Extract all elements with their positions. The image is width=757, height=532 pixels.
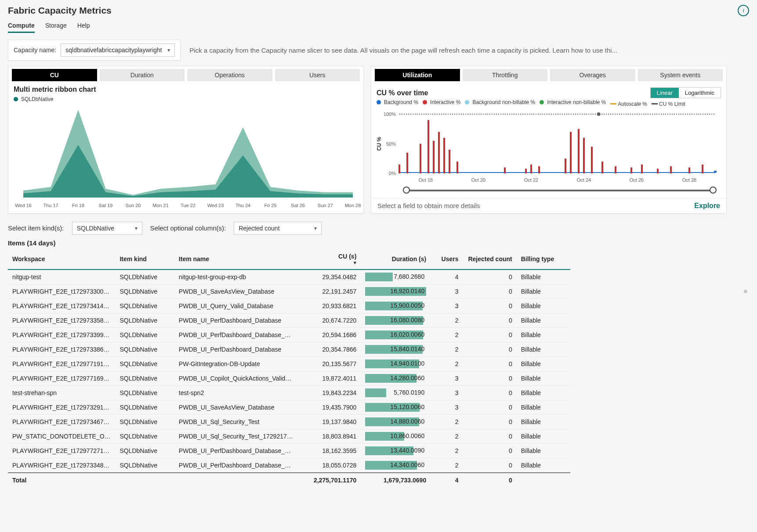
svg-text:Tue 22: Tue 22 — [181, 203, 196, 208]
svg-text:50%: 50% — [386, 141, 396, 146]
legend-item[interactable]: Background non-billable % — [465, 99, 535, 105]
legend-item[interactable]: Interactive % — [423, 99, 460, 105]
detail-hint: Select a field to obtain more details — [377, 202, 480, 209]
svg-rect-36 — [578, 129, 580, 173]
capacity-name-dropdown[interactable]: sqldbnativefabriccapacityplaywright ▾ — [61, 43, 175, 57]
seg-operations[interactable]: Operations — [187, 69, 272, 81]
svg-text:Oct 24: Oct 24 — [577, 177, 591, 183]
cu-chart-title: CU % over time — [377, 89, 428, 97]
tab-help[interactable]: Help — [77, 19, 90, 33]
svg-text:Sat 19: Sat 19 — [99, 203, 113, 208]
svg-rect-41 — [630, 167, 632, 173]
col-billing[interactable]: Billing type — [517, 249, 570, 270]
col-cu[interactable]: CU (s) ▾ — [298, 249, 361, 270]
tab-storage[interactable]: Storage — [45, 19, 67, 33]
slider-knob-end[interactable] — [710, 187, 717, 194]
svg-text:Fri 18: Fri 18 — [72, 203, 84, 208]
ribbon-chart-panel: CU Duration Operations Users Multi metri… — [8, 66, 364, 214]
svg-rect-46 — [702, 164, 703, 173]
col-duration[interactable]: Duration (s) — [361, 249, 431, 270]
table-row[interactable]: PLAYWRIGHT_E2E_t1729733995... SQLDbNativ… — [8, 327, 570, 342]
seg-utilization[interactable]: Utilization — [375, 69, 460, 81]
col-workspace[interactable]: Workspace — [8, 249, 115, 270]
scale-linear[interactable]: Linear — [651, 88, 679, 98]
col-rejected[interactable]: Rejected count — [463, 249, 517, 270]
cu-over-time-chart[interactable]: 0%50%100%CU %Oct 18Oct 20Oct 22Oct 24Oct… — [371, 110, 726, 184]
seg-overages[interactable]: Overages — [550, 69, 635, 81]
chevron-down-icon: ▾ — [167, 47, 170, 53]
col-users[interactable]: Users — [431, 249, 463, 270]
sort-desc-icon: ▾ — [302, 260, 356, 266]
item-kind-label: Select item kind(s): — [8, 224, 64, 232]
table-row[interactable]: PLAYWRIGHT_E2E_t1729733489... SQLDbNativ… — [8, 458, 570, 473]
table-row[interactable]: PLAYWRIGHT_E2E_t1729734674... SQLDbNativ… — [8, 414, 570, 429]
scale-logarithmic[interactable]: Logarithmic — [679, 88, 721, 98]
explore-link[interactable]: Explore — [694, 202, 720, 210]
svg-text:Oct 26: Oct 26 — [630, 177, 644, 183]
chevron-down-icon: ▾ — [314, 225, 317, 231]
svg-rect-24 — [427, 120, 429, 173]
svg-text:Thu 17: Thu 17 — [43, 203, 58, 208]
table-row[interactable]: PLAYWRIGHT_E2E_t1729771693... SQLDbNativ… — [8, 371, 570, 385]
optional-col-dropdown[interactable]: Rejected count ▾ — [234, 222, 322, 235]
table-row[interactable]: PW_STATIC_DONOTDELETE_OR_... SQLDbNative… — [8, 429, 570, 443]
tab-compute[interactable]: Compute — [8, 19, 35, 33]
svg-point-18 — [597, 112, 601, 116]
seg-cu[interactable]: CU — [12, 69, 97, 81]
svg-rect-34 — [565, 158, 566, 173]
svg-rect-38 — [591, 147, 593, 173]
ribbon-chart-title: Multi metric ribbon chart — [8, 84, 363, 95]
capacity-name-filter: Capacity name: sqldbnativefabriccapacity… — [8, 40, 181, 61]
svg-rect-22 — [406, 152, 408, 173]
slider-track — [406, 190, 713, 191]
time-range-slider[interactable] — [406, 186, 713, 195]
slider-knob-start[interactable] — [403, 187, 410, 194]
items-title: Items (14 days) — [8, 239, 749, 247]
svg-text:Oct 22: Oct 22 — [524, 177, 538, 183]
scrollbar-thumb[interactable] — [744, 290, 747, 293]
info-icon[interactable]: i — [738, 5, 749, 16]
table-row[interactable]: PLAYWRIGHT_E2E_t1729772718... SQLDbNativ… — [8, 443, 570, 458]
table-row[interactable]: PLAYWRIGHT_E2E_t1729734144... SQLDbNativ… — [8, 298, 570, 313]
svg-text:0%: 0% — [389, 171, 396, 176]
table-row[interactable]: nitgup-test SQLDbNative nitgup-test-grou… — [8, 270, 570, 284]
svg-text:Mon 28: Mon 28 — [345, 203, 361, 208]
svg-text:Sun 20: Sun 20 — [126, 203, 141, 208]
capacity-name-value: sqldbnativefabriccapacityplaywright — [65, 47, 162, 54]
svg-rect-23 — [420, 144, 421, 173]
seg-system-events[interactable]: System events — [638, 69, 723, 81]
table-row[interactable]: PLAYWRIGHT_E2E_t1729771911... SQLDbNativ… — [8, 356, 570, 371]
svg-text:100%: 100% — [384, 111, 396, 117]
legend-item[interactable]: Autoscale % — [610, 101, 647, 107]
table-row[interactable]: PLAYWRIGHT_E2E_t1729732915... SQLDbNativ… — [8, 400, 570, 414]
scale-toggle: Linear Logarithmic — [650, 87, 721, 98]
svg-rect-43 — [657, 169, 659, 173]
col-item-name[interactable]: Item name — [174, 249, 298, 270]
table-row[interactable]: PLAYWRIGHT_E2E_t1729733869... SQLDbNativ… — [8, 342, 570, 356]
table-row[interactable]: PLAYWRIGHT_E2E_t1729733000... SQLDbNativ… — [8, 284, 570, 298]
table-total-row: Total 2,275,701.1170 1,679,733.0690 4 0 — [8, 473, 570, 486]
cu-legend: Background %Interactive %Background non-… — [371, 98, 726, 110]
legend-sqldbnative[interactable]: SQLDbNative — [14, 96, 53, 102]
svg-rect-32 — [530, 164, 532, 173]
svg-rect-28 — [449, 150, 450, 173]
chevron-down-icon: ▾ — [135, 225, 138, 231]
optional-col-label: Select optional column(s): — [150, 224, 226, 232]
col-item-kind[interactable]: Item kind — [115, 249, 174, 270]
seg-users[interactable]: Users — [275, 69, 360, 81]
seg-duration[interactable]: Duration — [100, 69, 185, 81]
svg-rect-37 — [583, 138, 585, 173]
seg-throttling[interactable]: Throttling — [463, 69, 548, 81]
legend-item[interactable]: CU % Limit — [652, 101, 685, 107]
table-row[interactable]: test-strehan-spn SQLDbNative test-spn2 1… — [8, 385, 570, 400]
svg-rect-35 — [570, 132, 572, 173]
items-table: Workspace Item kind Item name CU (s) ▾ D… — [8, 249, 570, 486]
ribbon-chart[interactable]: Wed 16Thu 17Fri 18Sat 19Sun 20Mon 21Tue … — [8, 105, 363, 211]
legend-dot-icon — [14, 97, 18, 101]
legend-item[interactable]: Interactive non-billable % — [540, 99, 606, 105]
table-row[interactable]: PLAYWRIGHT_E2E_t1729733582... SQLDbNativ… — [8, 313, 570, 327]
svg-text:Sun 27: Sun 27 — [318, 203, 333, 208]
item-kind-dropdown[interactable]: SQLDbNative ▾ — [72, 222, 142, 235]
svg-text:Oct 28: Oct 28 — [682, 177, 696, 183]
legend-item[interactable]: Background % — [377, 99, 418, 105]
